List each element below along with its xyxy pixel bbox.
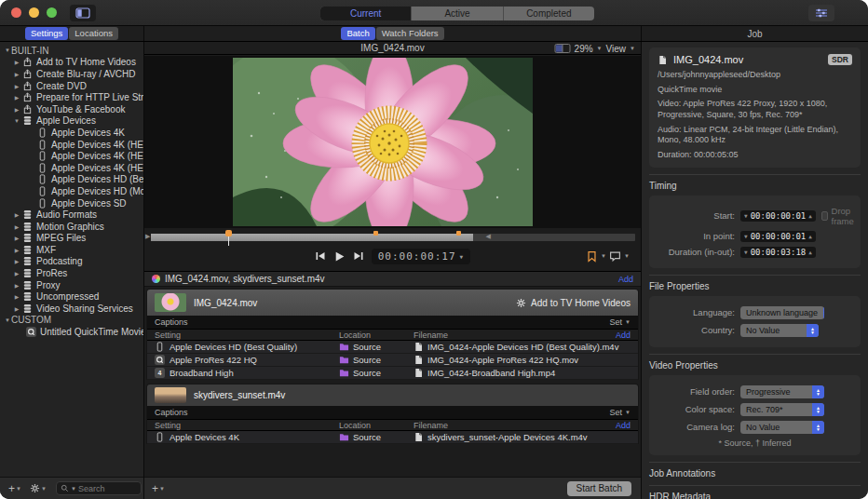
disclosure-triangle-icon[interactable]: ▶ <box>13 59 20 65</box>
tree-section-built-in[interactable]: ▼BUILT-IN <box>0 45 143 57</box>
search-field[interactable]: ▼ <box>56 481 142 495</box>
tree-item-apple-devices-4k-hevc-1[interactable]: Apple Devices 4K (HEVC… <box>0 139 143 151</box>
timeline-marker-icon[interactable] <box>373 231 378 236</box>
zoom-level-menu[interactable]: 29% <box>575 44 593 54</box>
add-output-link[interactable]: Add <box>616 421 631 430</box>
add-output-link[interactable]: Add <box>616 330 631 340</box>
country-select[interactable]: No Value▲▼ <box>740 324 819 337</box>
field-order-select[interactable]: Progressive▲▼ <box>740 385 824 398</box>
camera-log-select[interactable]: No Value▲▼ <box>740 421 824 434</box>
next-frame-button[interactable] <box>353 250 364 262</box>
split-view-icon[interactable] <box>554 43 571 54</box>
tree-item-create-dvd[interactable]: ▶Create DVD <box>0 80 143 92</box>
disclosure-triangle-icon[interactable]: ▼ <box>13 118 20 124</box>
tree-item-apple-devices-4k[interactable]: Apple Devices 4K <box>0 127 143 139</box>
tree-group-apple-devices[interactable]: ▼Apple Devices <box>0 115 143 128</box>
sidebar-toggle-button[interactable] <box>70 5 96 21</box>
disclosure-triangle-icon[interactable]: ▼ <box>4 317 11 323</box>
captions-set-menu[interactable]: Set▼ <box>610 317 631 327</box>
close-window-button[interactable] <box>11 7 21 18</box>
caption-bubble-icon[interactable] <box>609 250 621 263</box>
in-point-stepper[interactable]: ▼00:00:00:01▲ <box>740 231 816 242</box>
tree-group-uncompressed[interactable]: ▶Uncompressed <box>0 290 143 303</box>
tree-group-video-sharing-services[interactable]: ▶Video Sharing Services <box>0 303 143 315</box>
disclosure-triangle-icon[interactable]: ▶ <box>13 211 20 218</box>
previous-frame-button[interactable] <box>315 250 326 262</box>
tree-item-create-blu-ray[interactable]: ▶Create Blu-ray / AVCHD <box>0 68 143 80</box>
job-row-selected[interactable]: IMG_0424.mov Add to TV Home Videos <box>147 290 638 316</box>
tree-group-prores[interactable]: ▶ProRes <box>0 267 143 279</box>
tab-active[interactable]: Active <box>412 7 503 20</box>
tree-section-custom[interactable]: ▼CUSTOM <box>0 315 143 327</box>
video-preview-area[interactable] <box>144 56 641 228</box>
job-inspector: IMG_0424.mov SDR /Users/johnnyappleseed/… <box>642 42 868 499</box>
disclosure-triangle-icon[interactable]: ▶ <box>13 247 20 253</box>
start-batch-button[interactable]: Start Batch <box>567 481 631 496</box>
duration-stepper[interactable]: ▼00:00:03:18▲ <box>740 247 816 258</box>
start-timecode-stepper[interactable]: ▼00:00:00:01▲ <box>740 210 816 222</box>
tab-watch-folders[interactable]: Watch Folders <box>376 27 444 40</box>
output-row[interactable]: 4Broadband High Source IMG_0424-Broadban… <box>147 367 638 380</box>
tree-item-apple-devices-hd-best[interactable]: Apple Devices HD (Best… <box>0 174 143 186</box>
tab-settings[interactable]: Settings <box>25 27 68 40</box>
tab-current[interactable]: Current <box>320 7 412 20</box>
tab-locations[interactable]: Locations <box>69 27 118 40</box>
tree-item-apple-devices-4k-hevc-3[interactable]: Apple Devices 4K (HEVC… <box>0 162 143 174</box>
tree-item-apple-devices-hd-most[interactable]: Apple Devices HD (Most… <box>0 185 143 197</box>
disclosure-triangle-icon[interactable]: ▶ <box>13 223 20 230</box>
output-row[interactable]: Apple Devices HD (Best Quality) Source I… <box>147 341 638 354</box>
tree-item-add-to-tv-home-videos[interactable]: ▶Add to TV Home Videos <box>0 57 143 69</box>
tree-item-apple-devices-4k-hevc-2[interactable]: Apple Devices 4K (HEVC… <box>0 150 143 162</box>
timeline-scrubber[interactable]: ▶ ◀ <box>144 231 641 244</box>
tree-item-youtube-facebook[interactable]: ▶YouTube & Facebook <box>0 103 143 115</box>
tree-group-podcasting[interactable]: ▶Podcasting <box>0 256 143 268</box>
disclosure-triangle-icon[interactable]: ▼ <box>4 47 11 53</box>
job-row[interactable]: skydivers_sunset.m4v <box>147 384 638 406</box>
tree-group-audio-formats[interactable]: ▶Audio Formats <box>0 209 143 221</box>
tab-batch[interactable]: Batch <box>341 27 374 40</box>
batch-bottom-bar: +▼ Start Batch <box>144 477 641 499</box>
marker-bookmark-icon[interactable] <box>586 250 598 263</box>
tree-item-untitled-quicktime-movie[interactable]: Untitled QuickTime Movie <box>0 326 143 338</box>
job-action-menu[interactable]: Add to TV Home Videos <box>516 298 631 308</box>
action-menu-button[interactable]: ▼ <box>30 483 47 493</box>
disclosure-triangle-icon[interactable]: ▶ <box>13 83 20 89</box>
tab-completed[interactable]: Completed <box>504 7 594 20</box>
play-button[interactable] <box>333 250 346 263</box>
add-job-link[interactable]: Add <box>618 275 633 284</box>
output-row[interactable]: Apple ProRes 422 HQ Source IMG_0424-Appl… <box>147 354 638 367</box>
country-label: Country: <box>657 325 735 335</box>
chevron-down-icon: ▼ <box>601 253 606 259</box>
view-menu[interactable]: View <box>606 44 627 54</box>
tree-group-motion-graphics[interactable]: ▶Motion Graphics <box>0 221 143 233</box>
disclosure-triangle-icon[interactable]: ▶ <box>13 293 20 300</box>
minimize-window-button[interactable] <box>29 7 39 18</box>
tree-group-mpeg-files[interactable]: ▶MPEG Files <box>0 233 143 245</box>
disclosure-triangle-icon[interactable]: ▶ <box>13 235 20 241</box>
gear-icon <box>516 298 526 308</box>
color-space-select[interactable]: Rec. 709*▲▼ <box>740 403 824 416</box>
tree-group-proxy[interactable]: ▶Proxy <box>0 279 143 291</box>
zoom-window-button[interactable] <box>47 7 57 18</box>
captions-set-menu[interactable]: Set▼ <box>610 408 631 417</box>
timecode-display[interactable]: 00:00:00:17▼ <box>372 249 470 264</box>
disclosure-triangle-icon[interactable]: ▶ <box>13 282 20 289</box>
add-setting-button[interactable]: +▼ <box>8 482 21 495</box>
tree-item-apple-devices-sd[interactable]: Apple Devices SD <box>0 197 143 209</box>
source-duration: Duration: 00:00:05:05 <box>658 150 852 161</box>
drop-frame-checkbox[interactable] <box>821 211 828 221</box>
disclosure-triangle-icon[interactable]: ▶ <box>13 94 20 101</box>
search-input[interactable] <box>78 484 129 493</box>
disclosure-triangle-icon[interactable]: ▶ <box>13 106 20 113</box>
tree-group-mxf[interactable]: ▶MXF <box>0 244 143 256</box>
disclosure-triangle-icon[interactable]: ▶ <box>13 71 20 77</box>
output-row[interactable]: Apple Devices 4K Source skydivers_sunset… <box>147 431 638 444</box>
disclosure-triangle-icon[interactable]: ▶ <box>13 258 20 264</box>
timeline-marker-icon[interactable] <box>456 231 461 236</box>
inspector-toggle-button[interactable] <box>808 5 834 21</box>
language-select[interactable]: Unknown language▲▼ <box>740 306 824 319</box>
tree-item-prepare-http-live[interactable]: ▶Prepare for HTTP Live Strea… <box>0 91 143 103</box>
disclosure-triangle-icon[interactable]: ▶ <box>13 305 20 312</box>
add-job-button[interactable]: +▼ <box>152 482 165 495</box>
disclosure-triangle-icon[interactable]: ▶ <box>13 270 20 276</box>
